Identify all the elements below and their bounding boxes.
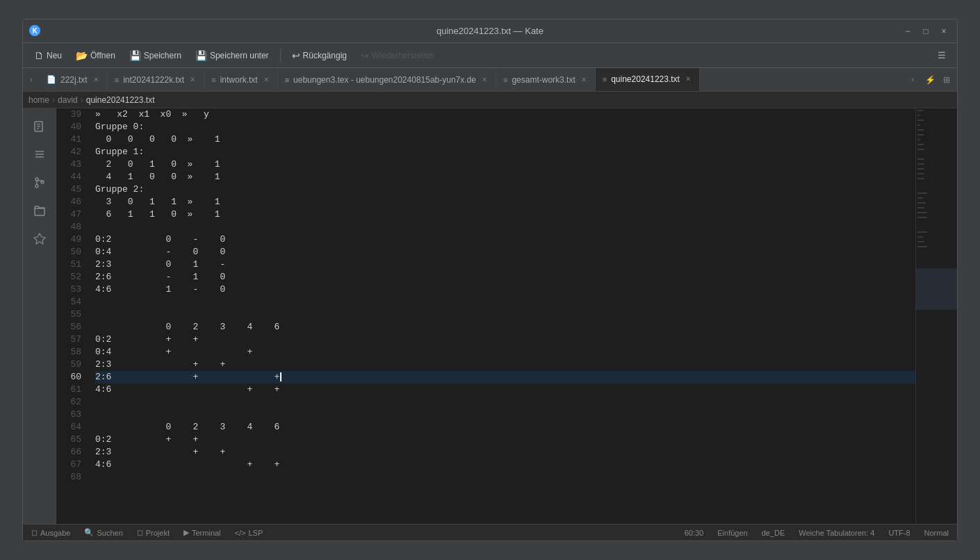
project-icon: ◻ — [137, 528, 143, 537]
line-number-66: 66 — [56, 446, 90, 459]
line-number-46: 46 — [56, 196, 90, 208]
breadcrumb-home[interactable]: home — [28, 95, 49, 105]
line-number-47: 47 — [56, 208, 90, 221]
line-number-61: 61 — [56, 384, 90, 396]
lsp-button[interactable]: </> LSP — [232, 529, 266, 537]
svg-marker-12 — [34, 233, 45, 244]
code-line-65: 0:2 + + — [95, 434, 915, 446]
tab-split-view[interactable]: ⊞ — [939, 72, 954, 88]
line-number-64: 64 — [56, 421, 90, 434]
new-button[interactable]: 🗋 Neu — [28, 47, 67, 64]
sidebar-folder-icon[interactable] — [26, 197, 53, 224]
line-number-67: 67 — [56, 459, 90, 471]
search-icon: 🔍 — [84, 528, 94, 537]
sidebar-document-icon[interactable] — [26, 114, 53, 140]
close-tab-intwork[interactable]: ✕ — [262, 75, 270, 84]
code-line-46: 3 0 1 1 » 1 — [95, 196, 915, 208]
editor[interactable]: 3940414243444546474849505152535455565758… — [56, 108, 957, 524]
sidebar-list-icon[interactable] — [26, 142, 53, 168]
mode-setting[interactable]: Normal — [922, 529, 952, 537]
tab-int20241222k[interactable]: ≡ int20241222k.txt ✕ — [108, 68, 205, 91]
tab-intwork[interactable]: ≡ intwork.txt ✕ — [204, 68, 277, 91]
sidebar-git-icon[interactable] — [26, 170, 53, 196]
main-area: 3940414243444546474849505152535455565758… — [23, 108, 957, 524]
tab-uebungen3[interactable]: ≡ uebungen3.tex - uebungen20240815ab-yun… — [278, 68, 496, 91]
hamburger-menu[interactable]: ☰ — [932, 46, 952, 65]
sidebar-plugin-icon[interactable] — [26, 225, 53, 252]
line-number-65: 65 — [56, 434, 90, 446]
close-tab-gesamt-work3[interactable]: ✕ — [580, 75, 588, 84]
tab-prev-button[interactable]: ‹ — [23, 68, 40, 91]
line-number-50: 50 — [56, 246, 90, 258]
tab-gesamt-work3[interactable]: ≡ gesamt-work3.txt ✕ — [496, 68, 596, 91]
minimize-button[interactable]: − — [900, 24, 915, 39]
line-number-62: 62 — [56, 396, 90, 409]
line-number-39: 39 — [56, 108, 90, 121]
output-icon: ◻ — [31, 528, 38, 537]
close-tab-int20241222k[interactable]: ✕ — [188, 75, 197, 84]
line-number-57: 57 — [56, 333, 90, 346]
redo-button[interactable]: ↪ Wiederherstellen — [355, 47, 440, 64]
line-number-41: 41 — [56, 133, 90, 146]
line-number-48: 48 — [56, 221, 90, 233]
line-number-54: 54 — [56, 296, 90, 308]
editor-lines: 3940414243444546474849505152535455565758… — [56, 108, 915, 524]
encoding-setting[interactable]: UTF-8 — [885, 529, 913, 537]
output-button[interactable]: ◻ Ausgabe — [28, 528, 73, 537]
toolbar-divider — [280, 49, 281, 63]
save-as-icon: 💾 — [195, 50, 207, 61]
code-line-63 — [95, 409, 915, 421]
line-number-59: 59 — [56, 359, 90, 371]
code-line-53: 4:6 1 - 0 — [95, 283, 915, 296]
tabbar: ‹ 📄 222j.txt ✕ ≡ int20241222k.txt ✕ ≡ in… — [23, 68, 957, 92]
close-tab-222j[interactable]: ✕ — [92, 75, 100, 84]
code-line-47: 6 1 1 0 » 1 — [95, 208, 915, 221]
undo-button[interactable]: ↩ Rückgängig — [286, 47, 352, 64]
window-controls: − □ × — [900, 24, 952, 39]
language-setting[interactable]: de_DE — [759, 529, 788, 537]
cursor-position[interactable]: 60:30 — [682, 529, 707, 537]
tab-quine20241223[interactable]: ≡ quine20241223.txt ✕ — [596, 68, 700, 91]
tab-222j[interactable]: 📄 222j.txt ✕ — [40, 68, 108, 91]
code-line-59: 2:3 + + — [95, 359, 915, 371]
line-numbers: 3940414243444546474849505152535455565758… — [56, 108, 90, 524]
indent-setting[interactable]: Weiche Tabulatoren: 4 — [796, 529, 877, 537]
line-number-58: 58 — [56, 346, 90, 359]
save-button[interactable]: 💾 Speichern — [124, 47, 187, 64]
line-number-45: 45 — [56, 183, 90, 196]
close-tab-uebungen3[interactable]: ✕ — [480, 75, 489, 84]
search-button[interactable]: 🔍 Suchen — [81, 528, 125, 537]
tab-next-button[interactable]: › — [904, 76, 921, 83]
line-number-63: 63 — [56, 409, 90, 421]
close-tab-quine20241223[interactable]: ✕ — [684, 74, 692, 83]
line-number-56: 56 — [56, 321, 90, 333]
code-area[interactable]: » x2 x1 x0 » yGruppe 0: 0 0 0 0 » 1Grupp… — [90, 108, 915, 524]
code-line-55 — [95, 308, 915, 321]
terminal-icon: ▶ — [183, 528, 189, 537]
line-number-42: 42 — [56, 146, 90, 158]
line-number-44: 44 — [56, 171, 90, 183]
undo-icon: ↩ — [292, 50, 300, 61]
terminal-button[interactable]: ▶ Terminal — [181, 528, 224, 537]
line-number-53: 53 — [56, 283, 90, 296]
code-line-54 — [95, 296, 915, 308]
line-number-60: 60 — [56, 371, 90, 384]
code-line-50: 0:4 - 0 0 — [95, 246, 915, 258]
project-button[interactable]: ◻ Projekt — [134, 528, 172, 537]
code-line-64: 0 2 3 4 6 — [95, 421, 915, 434]
breadcrumb-file[interactable]: quine20241223.txt — [86, 95, 155, 105]
save-as-button[interactable]: 💾 Speichern unter — [190, 47, 275, 64]
titlebar: K quine20241223.txt — Kate − □ × — [23, 19, 957, 43]
insert-mode[interactable]: Einfügen — [714, 529, 750, 537]
breadcrumb: home › david › quine20241223.txt — [23, 92, 957, 108]
breadcrumb-david[interactable]: david — [58, 95, 78, 105]
line-number-55: 55 — [56, 308, 90, 321]
code-line-44: 4 1 0 0 » 1 — [95, 171, 915, 183]
code-line-68 — [95, 471, 915, 484]
code-line-57: 0:2 + + — [95, 333, 915, 346]
open-button[interactable]: 📂 Öffnen — [70, 47, 121, 64]
tab-quick-open[interactable]: ⚡ — [922, 72, 938, 88]
close-button[interactable]: × — [936, 24, 952, 39]
line-number-43: 43 — [56, 158, 90, 171]
maximize-button[interactable]: □ — [918, 24, 933, 39]
